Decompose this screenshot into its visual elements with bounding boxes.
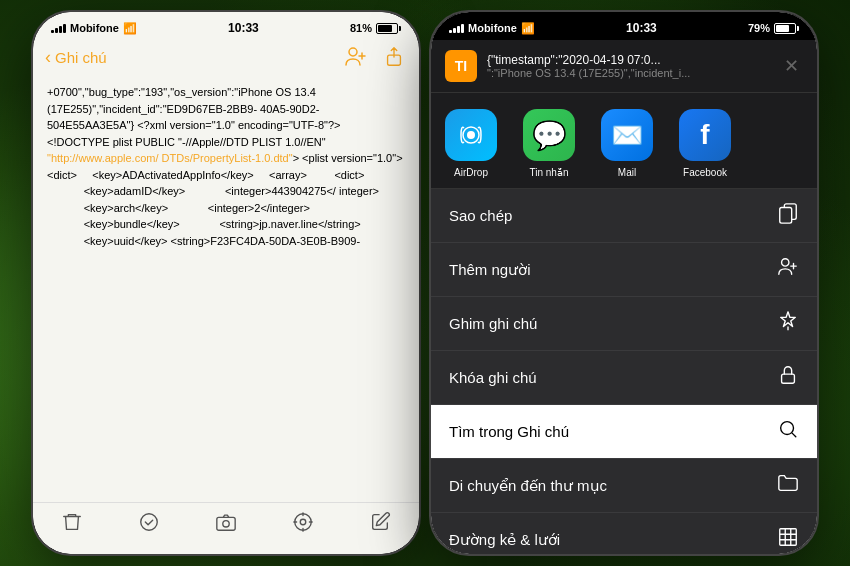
svg-rect-3 [217,517,235,530]
action-themnguoi[interactable]: Thêm người [431,243,817,297]
svg-point-0 [349,48,357,56]
preview-app-icon: TI [445,50,477,82]
status-bar-notes: Mobifone 📶 10:33 81% [33,12,419,40]
svg-rect-13 [782,374,795,383]
edit-button[interactable] [360,511,400,538]
mail-label: Mail [618,167,636,178]
mail-icon: ✉️ [601,109,653,161]
share-app-airdrop[interactable]: AirDrop [441,109,501,178]
status-right: 81% [350,22,401,34]
camera-button[interactable] [206,511,246,538]
airdrop-icon [445,109,497,161]
svg-rect-15 [780,529,797,546]
back-label: Ghi chú [55,49,107,66]
status-right-2: 79% [748,22,799,34]
action-saochep[interactable]: Sao chép [431,189,817,243]
location-button[interactable] [283,511,323,538]
status-left-2: Mobifone 📶 [449,22,535,35]
signal-icon [51,23,66,33]
preview-content: {"timestamp":"2020-04-19 07:0... ":"iPho… [487,53,769,79]
notes-body: +0700","bug_type":"193","os_version":"iP… [33,76,419,502]
phone-share: Mobifone 📶 10:33 79% TI {"t [429,10,819,556]
action-khoaghichu[interactable]: Khóa ghi chú [431,351,817,405]
notes-navbar: ‹ Ghi chú [33,40,419,76]
done-button[interactable] [129,511,169,538]
action-dichuyenthumuc[interactable]: Di chuyển đến thư mục [431,459,817,513]
facebook-icon: f [679,109,731,161]
action-ghimghinchu[interactable]: Ghim ghi chú [431,297,817,351]
add-people-button[interactable] [343,44,369,70]
status-bar-share: Mobifone 📶 10:33 79% [431,12,817,40]
share-preview: TI {"timestamp":"2020-04-19 07:0... ":"i… [431,40,817,93]
wifi-icon: 📶 [123,22,137,35]
back-chevron-icon: ‹ [45,47,51,68]
svg-point-11 [782,259,789,266]
share-app-messages[interactable]: 💬 Tin nhắn [519,109,579,178]
signal-icon-2 [449,23,464,33]
svg-point-14 [781,422,794,435]
battery-icon [376,23,401,34]
delete-button[interactable] [52,511,92,538]
preview-title: {"timestamp":"2020-04-19 07:0... [487,53,769,67]
khoaghichu-icon [777,364,799,391]
svg-rect-10 [780,208,792,224]
action-timtrongghichu[interactable]: Tìm trong Ghi chú [431,405,817,459]
phone-notes: Mobifone 📶 10:33 81% ‹ Ghi chú [31,10,421,556]
share-button[interactable] [381,44,407,70]
carrier-label-2: Mobifone [468,22,517,34]
saochep-label: Sao chép [449,207,512,224]
battery-label: 81% [350,22,372,34]
share-app-facebook[interactable]: f Facebook [675,109,735,178]
timtrongghichu-icon [777,418,799,445]
duongluoi-icon [777,526,799,553]
svg-point-4 [223,521,229,527]
saochep-icon [777,202,799,229]
battery-label-2: 79% [748,22,770,34]
preview-subtitle: ":"iPhone OS 13.4 (17E255)","incident_i.… [487,67,769,79]
action-duongluoi[interactable]: Đường kẻ & lưới [431,513,817,554]
dichuyenthumuc-icon [777,472,799,499]
share-apps-row: AirDrop 💬 Tin nhắn ✉️ Mail f Facebook [431,93,817,189]
svg-point-2 [141,514,158,531]
wifi-icon-2: 📶 [521,22,535,35]
back-button[interactable]: ‹ Ghi chú [45,47,107,68]
share-actions-list: Sao chép Thêm người [431,189,817,554]
carrier-label: Mobifone [70,22,119,34]
status-left: Mobifone 📶 [51,22,137,35]
notes-toolbar [33,502,419,554]
themnguoi-icon [777,256,799,283]
khoaghichu-label: Khóa ghi chú [449,369,537,386]
ghimghichu-label: Ghim ghi chú [449,315,537,332]
svg-point-5 [300,519,306,525]
facebook-label: Facebook [683,167,727,178]
close-preview-button[interactable]: ✕ [779,55,803,77]
nav-actions [343,44,407,70]
dichuyenthumuc-label: Di chuyển đến thư mục [449,477,607,495]
ghimghichu-icon [777,310,799,337]
battery-icon-2 [774,23,799,34]
share-app-mail[interactable]: ✉️ Mail [597,109,657,178]
messages-label: Tin nhắn [530,167,569,178]
clock-2: 10:33 [626,21,657,35]
preview-icon-text: TI [455,58,467,74]
themnguoi-label: Thêm người [449,261,531,279]
duongluoi-label: Đường kẻ & lưới [449,531,560,549]
clock: 10:33 [228,21,259,35]
messages-icon: 💬 [523,109,575,161]
svg-point-8 [467,131,475,139]
notes-text: +0700","bug_type":"193","os_version":"iP… [47,86,403,247]
timtrongghichu-label: Tìm trong Ghi chú [449,423,569,440]
airdrop-label: AirDrop [454,167,488,178]
